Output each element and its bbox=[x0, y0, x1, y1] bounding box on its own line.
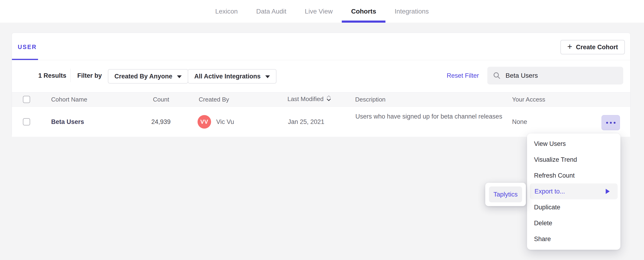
card-divider bbox=[12, 60, 630, 60]
nav-tab-integrations[interactable]: Integrations bbox=[394, 0, 429, 23]
results-count: 1 Results bbox=[38, 72, 66, 79]
chevron-down-icon bbox=[265, 76, 270, 78]
header-cohort-name: Cohort Name bbox=[51, 96, 87, 103]
export-submenu: Taplytics bbox=[485, 183, 526, 206]
cohort-name-link[interactable]: Beta Users bbox=[51, 118, 84, 125]
header-created-by: Created By bbox=[199, 96, 229, 103]
ellipsis-icon bbox=[606, 122, 608, 124]
created-by-filter-dropdown[interactable]: Created By Anyone bbox=[108, 69, 188, 84]
menu-item-refresh-count[interactable]: Refresh Count bbox=[527, 168, 620, 184]
row-checkbox[interactable] bbox=[23, 118, 30, 125]
create-cohort-label: Create Cohort bbox=[576, 44, 618, 51]
nav-tabs: Lexicon Data Audit Live View Cohorts Int… bbox=[215, 0, 429, 23]
row-actions-button[interactable] bbox=[602, 115, 620, 130]
create-cohort-button[interactable]: + Create Cohort bbox=[560, 40, 625, 54]
tab-user[interactable]: USER bbox=[18, 44, 37, 50]
menu-item-share[interactable]: Share bbox=[527, 231, 620, 247]
header-count: Count bbox=[153, 96, 169, 103]
your-access-value: None bbox=[512, 118, 527, 125]
menu-item-export-to[interactable]: Export to... bbox=[530, 184, 618, 199]
search-icon bbox=[493, 72, 501, 80]
table-header-row: Cohort Name Count Created By Last Modifi… bbox=[12, 92, 630, 107]
menu-item-export-to-label: Export to... bbox=[534, 188, 565, 195]
created-by-filter-value: Created By Anyone bbox=[114, 73, 172, 80]
cohort-description: Users who have signed up for beta channe… bbox=[356, 112, 510, 121]
top-nav-bar: Lexicon Data Audit Live View Cohorts Int… bbox=[0, 0, 644, 23]
header-description: Description bbox=[355, 96, 386, 103]
menu-item-duplicate[interactable]: Duplicate bbox=[527, 199, 620, 215]
menu-item-delete[interactable]: Delete bbox=[527, 215, 620, 231]
submenu-item-taplytics[interactable]: Taplytics bbox=[489, 186, 522, 202]
created-by-name: Vic Vu bbox=[216, 118, 234, 125]
table-row: Beta Users 24,939 VV Vic Vu Jan 25, 2021… bbox=[12, 107, 630, 137]
chevron-down-icon bbox=[177, 76, 182, 78]
submenu-arrow-icon bbox=[606, 189, 610, 194]
last-modified-date: Jan 25, 2021 bbox=[288, 118, 324, 125]
menu-item-visualize-trend[interactable]: Visualize Trend bbox=[527, 152, 620, 168]
nav-tab-live-view[interactable]: Live View bbox=[305, 0, 332, 23]
row-context-menu: View Users Visualize Trend Refresh Count… bbox=[527, 134, 620, 250]
cohort-count: 24,939 bbox=[151, 118, 171, 125]
sort-icon[interactable] bbox=[326, 95, 332, 104]
reset-filter-link[interactable]: Reset Filter bbox=[447, 72, 479, 79]
filter-by-label: Filter by bbox=[77, 72, 102, 79]
search-input[interactable]: Beta Users bbox=[487, 67, 623, 84]
nav-tab-cohorts[interactable]: Cohorts bbox=[351, 0, 376, 23]
cohorts-card: USER + Create Cohort 1 Results Filter by… bbox=[12, 33, 630, 136]
filter-divider bbox=[70, 68, 70, 82]
nav-tab-data-audit[interactable]: Data Audit bbox=[256, 0, 286, 23]
header-your-access: Your Access bbox=[512, 96, 545, 103]
integrations-filter-dropdown[interactable]: All Active Integrations bbox=[188, 69, 276, 84]
avatar: VV bbox=[198, 115, 211, 128]
header-last-modified-label: Last Modified bbox=[288, 96, 324, 102]
search-input-value: Beta Users bbox=[506, 72, 538, 79]
plus-icon: + bbox=[567, 42, 572, 51]
header-last-modified[interactable]: Last Modified bbox=[288, 96, 332, 104]
nav-tab-lexicon[interactable]: Lexicon bbox=[215, 0, 238, 23]
select-all-checkbox[interactable] bbox=[23, 96, 30, 103]
integrations-filter-value: All Active Integrations bbox=[194, 73, 260, 80]
menu-item-view-users[interactable]: View Users bbox=[527, 136, 620, 152]
cohorts-screen: Lexicon Data Audit Live View Cohorts Int… bbox=[0, 0, 644, 260]
